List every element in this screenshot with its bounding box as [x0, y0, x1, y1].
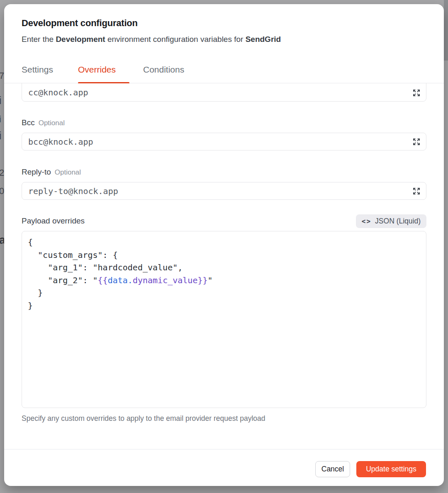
bcc-input-value: bcc@knock.app — [28, 137, 412, 147]
subtitle-provider-name: SendGrid — [246, 35, 281, 44]
code-token: "arg_2": " — [28, 275, 98, 285]
modal-title: Development configuration — [22, 18, 138, 29]
liquid-property-token: dynamic_value — [133, 275, 198, 285]
tab-settings[interactable]: Settings — [22, 65, 53, 75]
reply-to-label-text: Reply-to — [22, 168, 51, 176]
payload-overrides-label: Payload overrides — [22, 216, 85, 226]
cc-field-clip: cc@knock.app — [22, 83, 426, 102]
background-text-fragment: i — [0, 95, 2, 106]
background-text-fragment: i — [0, 115, 1, 124]
code-line: } — [28, 287, 420, 299]
modal-subtitle: Enter the Development environment config… — [22, 35, 281, 44]
expand-icon[interactable] — [412, 137, 421, 146]
code-token: " — [208, 275, 213, 285]
reply-to-optional-hint: Optional — [55, 168, 81, 176]
tab-conditions[interactable]: Conditions — [143, 65, 184, 75]
subtitle-text: environment configuration variables for — [105, 35, 246, 44]
subtitle-environment-name: Development — [56, 35, 105, 44]
expand-icon[interactable] — [412, 88, 421, 97]
bcc-optional-hint: Optional — [39, 119, 65, 127]
reply-to-label: Reply-toOptional — [22, 168, 81, 177]
page-scrollbar-thumb[interactable] — [444, 0, 448, 61]
json-liquid-badge: <> JSON (Liquid) — [356, 214, 426, 228]
background-text-fragment: 2 — [0, 168, 4, 177]
reply-to-input[interactable]: reply-to@knock.app — [22, 182, 426, 200]
cc-input[interactable]: cc@knock.app — [22, 83, 426, 102]
json-liquid-badge-label: JSON (Liquid) — [375, 217, 421, 226]
expand-icon[interactable] — [412, 187, 421, 196]
cc-input-value: cc@knock.app — [28, 87, 412, 97]
liquid-close-brace-token: }} — [197, 275, 207, 285]
code-line: "arg_1": "hardcoded_value", — [28, 261, 420, 274]
background-text-fragment: 7 — [0, 71, 4, 80]
code-line: } — [28, 299, 420, 312]
cancel-button[interactable]: Cancel — [315, 461, 350, 477]
code-brackets-icon: <> — [362, 217, 371, 225]
tab-overrides[interactable]: Overrides — [78, 65, 116, 75]
subtitle-text: Enter the — [22, 35, 56, 44]
code-line: "custom_args": { — [28, 249, 420, 262]
update-settings-button[interactable]: Update settings — [356, 461, 426, 477]
liquid-open-brace-token: {{ — [98, 275, 108, 285]
code-line: { — [28, 236, 420, 249]
bcc-input[interactable]: bcc@knock.app — [22, 133, 426, 151]
code-line: "arg_2": "{{data.dynamic_value}}" — [28, 274, 420, 287]
footer-divider — [4, 449, 444, 449]
bcc-label: BccOptional — [22, 118, 65, 127]
liquid-dot-token: . — [128, 275, 133, 285]
development-configuration-modal: Development configuration Enter the Deve… — [4, 4, 444, 486]
payload-overrides-code-editor[interactable]: { "custom_args": { "arg_1": "hardcoded_v… — [22, 231, 426, 408]
background-text-fragment: i — [0, 131, 2, 141]
payload-helper-text: Specify any custom overrides to apply to… — [22, 414, 265, 423]
background-text-fragment: 0 — [0, 187, 4, 196]
liquid-object-token: data — [108, 275, 128, 285]
reply-to-input-value: reply-to@knock.app — [28, 186, 412, 196]
bcc-label-text: Bcc — [22, 118, 35, 127]
